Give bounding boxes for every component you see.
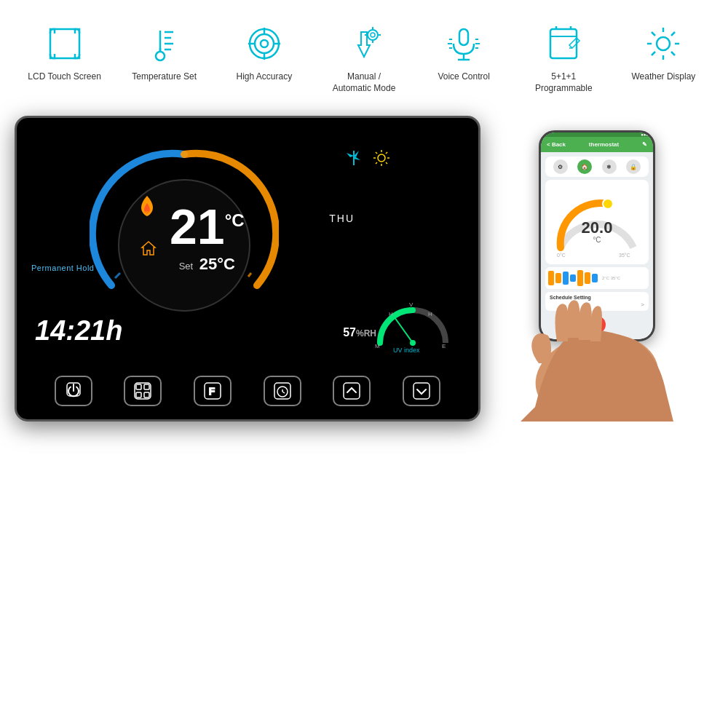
svg-rect-89 (414, 383, 430, 399)
svg-text:M: M (375, 343, 380, 349)
lcd-label: LCD Touch Screen (28, 71, 101, 83)
accuracy-label: High Accuracy (236, 71, 292, 83)
svg-point-9 (255, 34, 274, 53)
svg-text:0°C: 0°C (557, 253, 566, 258)
svg-line-42 (671, 32, 675, 36)
schedule-button[interactable] (264, 376, 301, 406)
power-button[interactable] (55, 376, 92, 406)
phone-header: < Back thermostat ✎ (541, 137, 653, 152)
svg-text:20.0: 20.0 (582, 218, 613, 237)
svg-point-59 (378, 154, 385, 162)
voice-label: Voice Control (438, 71, 489, 83)
programmable-icon (542, 22, 585, 66)
thermostat-screen: 21°C Set 25°C THU Permanent Hold 14:21h (17, 118, 478, 419)
temp-unit: °C (225, 211, 245, 231)
home-icon-screen (141, 240, 157, 259)
screen-weather-icons (343, 147, 391, 169)
phone-edit-btn[interactable]: ✎ (642, 141, 647, 148)
feature-accuracy: High Accuracy (224, 22, 304, 83)
svg-point-15 (368, 30, 378, 40)
hand-illustration (513, 276, 681, 422)
main-area: 21°C Set 25°C THU Permanent Hold 14:21h (0, 108, 728, 422)
svg-point-6 (156, 52, 165, 60)
feature-manual-auto: Manual /Automatic Mode (324, 22, 404, 94)
phone-ctrl-home[interactable]: 🏠 (577, 159, 592, 174)
phone-ctrl-lock[interactable]: 🔒 (626, 159, 641, 174)
svg-text:35°C: 35°C (619, 253, 630, 258)
svg-text:H: H (389, 311, 393, 317)
feature-temp-set: Temperature Set (124, 22, 205, 83)
thermostat-device: 21°C Set 25°C THU Permanent Hold 14:21h (15, 116, 480, 422)
svg-text:E: E (442, 343, 446, 349)
set-label: Set (179, 261, 194, 272)
feature-programmable: 5+1+1Programmable (523, 22, 604, 94)
temp-set-label: Temperature Set (132, 71, 197, 83)
feature-weather: Weather Display (623, 22, 703, 83)
svg-line-65 (386, 162, 387, 164)
svg-text:°C: °C (593, 236, 601, 244)
menu-button[interactable] (124, 376, 162, 406)
svg-line-43 (652, 52, 655, 55)
target-icon (242, 22, 286, 66)
humidity-display: 57%RH (343, 326, 376, 339)
svg-point-35 (657, 37, 670, 50)
svg-rect-81 (135, 383, 151, 399)
set-temp: 25°C (199, 255, 235, 273)
svg-point-57 (144, 211, 150, 215)
lcd-icon (43, 22, 87, 66)
temp-main-display: 21°C Set 25°C (170, 202, 245, 274)
svg-text:V: V (409, 301, 414, 308)
svg-line-41 (671, 52, 675, 55)
svg-line-67 (376, 162, 377, 164)
svg-line-86 (282, 392, 285, 393)
svg-point-90 (603, 199, 613, 209)
phone-hand-area: ●●● < Back thermostat ✎ ⚙ 🏠 ❄ (524, 130, 684, 422)
svg-line-55 (248, 273, 251, 277)
svg-rect-21 (459, 29, 468, 45)
hand-gear-icon (342, 22, 386, 66)
day-label: THU (329, 213, 355, 224)
phone-back-btn[interactable]: < Back (547, 141, 566, 148)
svg-rect-78 (144, 384, 149, 389)
feature-lcd: LCD Touch Screen (25, 22, 105, 83)
manual-auto-label: Manual /Automatic Mode (333, 71, 396, 94)
features-bar: LCD Touch Screen Temperature Set (0, 0, 728, 108)
permanent-hold-label: Permanent Hold (31, 264, 95, 272)
phone-container: ●●● < Back thermostat ✎ ⚙ 🏠 ❄ (495, 116, 713, 422)
temp-value: 21 (170, 199, 225, 254)
phone-controls-row: ⚙ 🏠 ❄ 🔒 (545, 157, 649, 177)
down-button[interactable] (403, 376, 440, 406)
svg-rect-80 (144, 392, 149, 397)
phone-title: thermostat (589, 141, 619, 148)
svg-line-68 (395, 317, 413, 343)
humidity-value: 57 (343, 326, 356, 339)
svg-rect-77 (136, 384, 141, 389)
svg-point-69 (410, 340, 416, 346)
svg-rect-88 (344, 383, 360, 399)
programmable-label: 5+1+1Programmable (535, 71, 593, 94)
time-display: 14:21h (35, 315, 122, 347)
bottom-buttons: F (17, 376, 478, 406)
svg-rect-79 (136, 392, 141, 397)
svg-rect-30 (550, 29, 577, 58)
svg-text:F: F (209, 386, 215, 397)
svg-text:UV index: UV index (393, 347, 420, 354)
svg-line-66 (386, 152, 387, 154)
svg-line-64 (376, 152, 377, 154)
phone-temp-circle: 20.0 °C 0°C 35°C (545, 180, 649, 264)
svg-line-44 (115, 273, 120, 278)
thermometer-icon (143, 22, 186, 66)
phone-ctrl-snowflake[interactable]: ❄ (602, 159, 617, 174)
svg-point-10 (261, 40, 268, 47)
voice-icon (442, 22, 486, 66)
feature-voice: Voice Control (424, 22, 504, 83)
svg-line-40 (652, 32, 655, 36)
svg-text:H: H (428, 311, 432, 317)
up-button[interactable] (333, 376, 371, 406)
mode-button[interactable]: F (194, 376, 232, 406)
flame-icon (137, 194, 157, 222)
weather-label: Weather Display (631, 71, 695, 83)
svg-point-20 (371, 33, 375, 37)
phone-ctrl-settings[interactable]: ⚙ (553, 159, 568, 174)
uv-gauge: M H V H E UV index (373, 296, 453, 354)
